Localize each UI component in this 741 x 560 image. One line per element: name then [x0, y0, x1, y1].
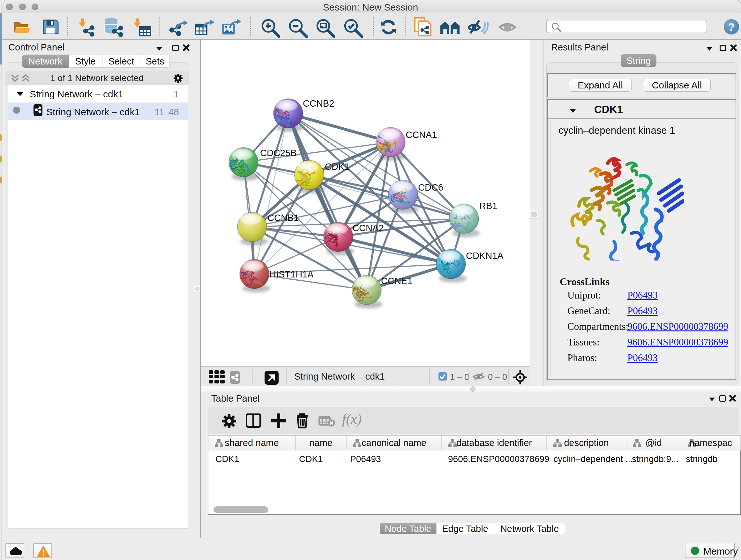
svg-text:CCNA2: CCNA2 — [352, 223, 384, 233]
svg-text:HIST1H1A: HIST1H1A — [269, 269, 314, 279]
svg-text:CDC25B: CDC25B — [260, 148, 296, 158]
svg-text:CDKN1A: CDKN1A — [466, 251, 503, 261]
svg-text:CDK1: CDK1 — [325, 162, 349, 172]
svg-text:CCNB1: CCNB1 — [267, 212, 299, 223]
svg-text:CCNE1: CCNE1 — [381, 276, 412, 286]
svg-text:CCNB2: CCNB2 — [303, 98, 334, 109]
svg-text:RB1: RB1 — [479, 201, 497, 211]
svg-text:CCNA1: CCNA1 — [406, 130, 437, 140]
svg-text:CDC6: CDC6 — [418, 182, 443, 192]
